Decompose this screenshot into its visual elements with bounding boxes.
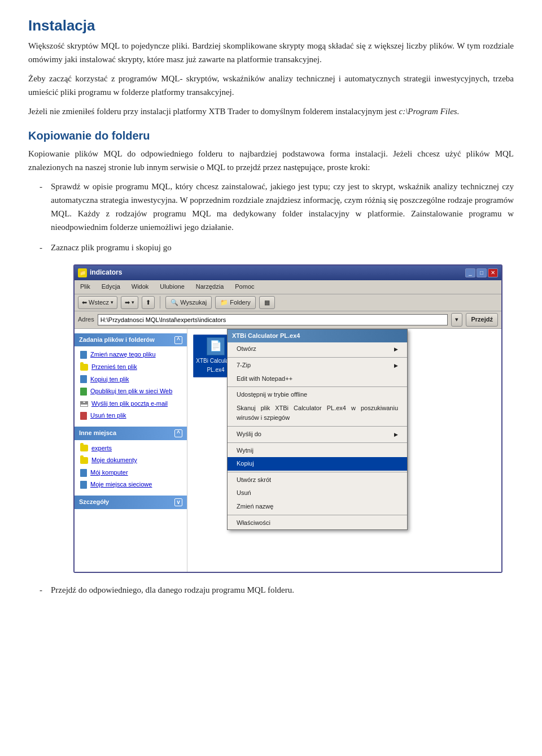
forward-arrow-icon: ➡ — [125, 298, 130, 308]
ctx-delete[interactable]: Usuń — [228, 486, 407, 500]
move-icon — [80, 364, 88, 371]
copy-icon — [80, 375, 87, 383]
heading2: Kopiowanie do folderu — [28, 129, 514, 142]
right-panel: 📄 XTBi Calculator PL.ex4 XTBi Calculator… — [187, 329, 501, 572]
panel-collapse-details[interactable]: v — [174, 498, 182, 506]
search-button[interactable]: 🔍 Wyszukaj — [165, 296, 212, 310]
ctx-shortcut[interactable]: Utwórz skrót — [228, 473, 407, 487]
steps-list: Sprawdź w opisie programu MQL, który chc… — [28, 180, 514, 597]
list-item: Przejdź do odpowiedniego, dla danego rod… — [40, 583, 514, 597]
forward-button[interactable]: ➡ ▾ — [121, 296, 138, 310]
menu-widok[interactable]: Widok — [129, 281, 151, 293]
menu-narzedzia[interactable]: Narzędzia — [194, 281, 226, 293]
title-bar-text: indicators — [90, 267, 122, 278]
panel-item-mydocs[interactable]: Moje dokumenty — [75, 454, 187, 467]
para4: Kopiowanie plików MQL do odpowiedniego f… — [28, 147, 514, 174]
ctx-sep1 — [228, 357, 407, 358]
panel-section-details: Szczegóły v — [75, 496, 187, 509]
ctx-otwórz[interactable]: Otwórz — [228, 342, 407, 356]
panel-item-mycomputer[interactable]: Mój komputer — [75, 467, 187, 479]
ctx-sep5 — [228, 472, 407, 472]
title-bar-controls: _ □ ✕ — [465, 268, 498, 277]
panel-item-experts[interactable]: experts — [75, 442, 187, 455]
menu-ulubione[interactable]: Ulubione — [158, 281, 186, 293]
back-arrow-icon: ⬅ — [82, 298, 87, 308]
ctx-sep4 — [228, 442, 407, 443]
panel-section-tasks: Zadania plików i folderów ^ Zmień nazwę … — [75, 333, 187, 422]
ctx-sep2 — [228, 386, 407, 387]
rename-icon — [80, 351, 87, 359]
intro-para: Większość skryptów MQL to pojedyncze pli… — [28, 39, 514, 66]
ctx-sep3 — [228, 426, 407, 427]
ctx-rename[interactable]: Zmień nazwę — [228, 500, 407, 514]
left-panel: Zadania plików i folderów ^ Zmień nazwę … — [75, 329, 187, 572]
list-item: Sprawdź w opisie programu MQL, który chc… — [40, 180, 514, 234]
menu-plik[interactable]: Plik — [78, 281, 93, 293]
minimize-button[interactable]: _ — [465, 268, 475, 277]
view-icon: ▦ — [264, 299, 270, 306]
maximize-button[interactable]: □ — [477, 268, 487, 277]
panel-title-tasks: Zadania plików i folderów — [79, 335, 155, 345]
menu-bar: Plik Edycja Widok Ulubione Narzędzia Pom… — [75, 280, 501, 294]
page-heading: Instalacja — [28, 17, 514, 34]
list-item: Zaznacz plik programu i skopiuj go 📁 ind… — [40, 241, 514, 573]
go-button[interactable]: Przejdź — [466, 313, 498, 327]
screenshot-explorer: 📁 indicators _ □ ✕ Plik Edycja Widok Ulu… — [73, 264, 502, 573]
context-menu-header: XTBi Calculator PL.ex4 — [228, 329, 407, 343]
mycomputer-icon — [80, 469, 87, 477]
para3: Jeżeli nie zmieniłeś folderu przy instal… — [28, 105, 514, 118]
delete-icon — [80, 412, 87, 420]
view-button[interactable]: ▦ — [259, 296, 275, 310]
panel-collapse-places[interactable]: ^ — [174, 429, 182, 437]
menu-pomoc[interactable]: Pomoc — [233, 281, 256, 293]
folder-icon-title: 📁 — [78, 268, 87, 277]
explorer-body: Zadania plików i folderów ^ Zmień nazwę … — [75, 329, 501, 572]
address-dropdown[interactable]: ▾ — [451, 313, 462, 327]
panel-header-places[interactable]: Inne miejsca ^ — [75, 427, 187, 440]
search-icon: 🔍 — [171, 299, 180, 306]
up-arrow-icon: ⬆ — [146, 298, 151, 308]
folders-button[interactable]: 📁 Foldery — [215, 296, 256, 310]
back-button[interactable]: ⬅ Wstecz ▾ — [78, 296, 117, 310]
toolbar: ⬅ Wstecz ▾ ➡ ▾ ⬆ 🔍 Wyszukaj 📁 — [75, 294, 501, 312]
context-menu: XTBi Calculator PL.ex4 Otwórz 7-Zip Edit… — [227, 329, 408, 530]
close-button[interactable]: ✕ — [488, 268, 498, 277]
panel-item-rename[interactable]: Zmień nazwę tego pliku — [75, 349, 187, 361]
forward-dropdown-icon: ▾ — [132, 298, 134, 306]
title-bar: 📁 indicators _ □ ✕ — [75, 266, 501, 280]
mydocs-icon — [80, 457, 88, 464]
ctx-send[interactable]: Wyślij do — [228, 428, 407, 441]
file-icon: 📄 — [207, 337, 225, 355]
ctx-cut[interactable]: Wytnij — [228, 444, 407, 458]
panel-item-network[interactable]: Moje miejsca sieciowe — [75, 479, 187, 491]
panel-item-copy[interactable]: Kopiuj ten plik — [75, 373, 187, 386]
panel-item-email[interactable]: Wyślij ten plik pocztą e-mail — [75, 398, 187, 410]
panel-section-places: Inne miejsca ^ experts Moje dokumenty — [75, 427, 187, 491]
address-label: Adres — [78, 315, 94, 325]
toolbar-separator — [160, 296, 160, 309]
ctx-scan[interactable]: Skanuj plik XTBi Calculator PL.ex4 w pos… — [228, 402, 407, 425]
panel-header-details[interactable]: Szczegóły v — [75, 496, 187, 509]
network-icon — [80, 481, 87, 489]
panel-header-tasks[interactable]: Zadania plików i folderów ^ — [75, 333, 187, 347]
panel-item-move[interactable]: Przenieś ten plik — [75, 361, 187, 373]
ctx-properties[interactable]: Właściwości — [228, 516, 407, 530]
title-bar-left: 📁 indicators — [78, 267, 122, 278]
up-button[interactable]: ⬆ — [142, 296, 155, 310]
address-bar: Adres ▾ Przejdź — [75, 311, 501, 329]
ctx-notepadpp[interactable]: Edit with Notepad++ — [228, 372, 407, 386]
ctx-copy[interactable]: Kopiuj — [228, 457, 407, 471]
panel-item-delete[interactable]: Usuń ten plik — [75, 410, 187, 422]
panel-title-details: Szczegóły — [79, 497, 109, 507]
email-icon — [80, 401, 88, 407]
panel-item-publish[interactable]: Opublikuj ten plik w sieci Web — [75, 385, 187, 398]
address-input[interactable] — [98, 314, 448, 325]
para2: Żeby zacząć korzystać z programów MQL- s… — [28, 72, 514, 99]
panel-title-places: Inne miejsca — [79, 428, 116, 438]
menu-edycja[interactable]: Edycja — [99, 281, 123, 293]
panel-collapse-tasks[interactable]: ^ — [174, 336, 182, 344]
ctx-offline[interactable]: Udostępnij w trybie offline — [228, 388, 407, 402]
ctx-7zip[interactable]: 7-Zip — [228, 359, 407, 372]
publish-icon — [80, 388, 87, 396]
folders-icon: 📁 — [220, 299, 230, 306]
